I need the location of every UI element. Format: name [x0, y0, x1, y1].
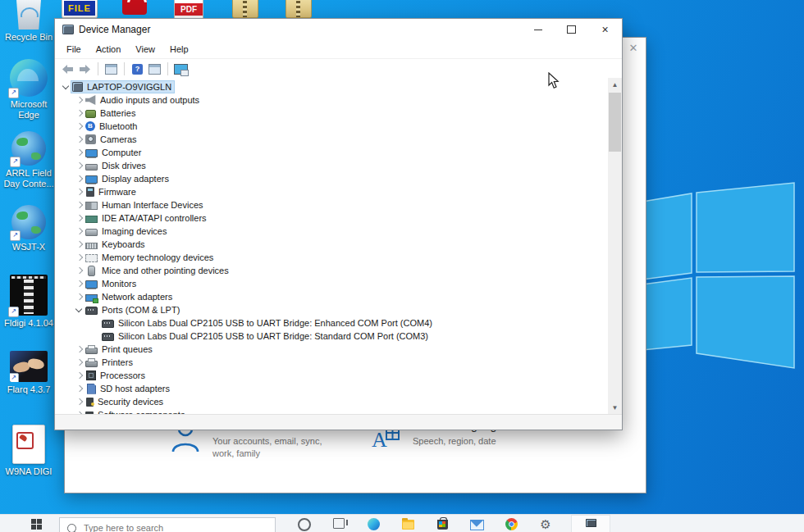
shortcut-arrow-icon: ↗: [10, 230, 21, 241]
tree-item[interactable]: Imaging devices: [55, 225, 608, 238]
tree-item[interactable]: Batteries: [55, 107, 608, 120]
scrollbar-thumb[interactable]: [609, 93, 621, 152]
shortcut-arrow-icon: ↗: [8, 307, 19, 317]
chevron-right-icon[interactable]: [73, 198, 85, 211]
chevron-right-icon[interactable]: [73, 225, 85, 238]
task-view-button[interactable]: [322, 515, 356, 532]
desktop-icon-w9na-digi[interactable]: W9NA DIGI: [0, 425, 57, 477]
chevron-right-icon[interactable]: [73, 172, 85, 185]
edge-taskbar-button[interactable]: [356, 515, 391, 532]
tree-item[interactable]: Display adapters: [55, 172, 608, 185]
chevron-right-icon[interactable]: [73, 159, 85, 172]
chevron-right-icon[interactable]: [73, 211, 85, 225]
handshake-icon: ↗: [10, 351, 48, 382]
chevron-right-icon[interactable]: [73, 93, 85, 107]
desktop-icon-zip-folder-2[interactable]: [286, 0, 312, 18]
chevron-right-icon[interactable]: [73, 382, 85, 395]
chevron-down-icon[interactable]: [73, 303, 85, 316]
tree-item[interactable]: Processors: [55, 369, 608, 382]
tree-item[interactable]: Printers: [55, 356, 608, 369]
desktop-icon-microsoft-edge[interactable]: ↗ Microsoft Edge: [0, 59, 57, 120]
tree-item[interactable]: Security devices: [55, 395, 608, 408]
titlebar[interactable]: Device Manager ×: [55, 19, 622, 40]
chevron-right-icon[interactable]: [73, 264, 85, 277]
menu-view[interactable]: View: [128, 42, 162, 57]
chevron-right-icon[interactable]: [73, 277, 85, 290]
menu-action[interactable]: Action: [89, 42, 129, 57]
chevron-right-icon[interactable]: [73, 185, 85, 198]
scan-hardware-button[interactable]: [174, 63, 188, 75]
device-tree: LAPTOP-O9VIGGLNAudio inputs and outputsB…: [55, 80, 608, 415]
tree-item[interactable]: Disk drives: [55, 159, 608, 172]
tree-item[interactable]: Ports (COM & LPT): [55, 303, 608, 316]
back-button[interactable]: [61, 63, 75, 75]
desktop-icon-flarq[interactable]: ↗ Flarq 4.3.7: [0, 351, 57, 395]
tree-item[interactable]: Audio inputs and outputs: [55, 93, 608, 107]
help-button[interactable]: ?: [130, 63, 144, 75]
minimize-button[interactable]: [521, 19, 555, 40]
tree-item[interactable]: Silicon Labs Dual CP2105 USB to UART Bri…: [55, 316, 608, 330]
menu-file[interactable]: File: [59, 42, 89, 57]
tree-item[interactable]: Cameras: [55, 133, 608, 146]
device-manager-taskbar-button[interactable]: [571, 515, 610, 532]
chevron-right-icon[interactable]: [73, 356, 85, 369]
desktop-icon-adobe-file[interactable]: [122, 0, 147, 15]
chevron-right-icon[interactable]: [73, 238, 85, 251]
search-input[interactable]: [82, 522, 249, 532]
close-button[interactable]: ×: [588, 19, 622, 40]
tree-item[interactable]: LAPTOP-O9VIGGLN: [55, 80, 608, 93]
toolbar-separator: [167, 62, 168, 75]
store-button[interactable]: [425, 515, 459, 532]
tree-item[interactable]: Network adapters: [55, 290, 608, 303]
cortana-button[interactable]: [287, 515, 322, 532]
vertical-scrollbar[interactable]: ▲ ▼: [608, 78, 622, 415]
chevron-right-icon[interactable]: [73, 120, 85, 133]
chrome-button[interactable]: [494, 515, 528, 532]
tree-item[interactable]: Mice and other pointing devices: [55, 264, 608, 277]
menu-help[interactable]: Help: [162, 42, 196, 57]
desktop-icon-wsjt-x[interactable]: ↗ WSJT-X: [0, 205, 57, 252]
forward-button[interactable]: [78, 63, 92, 75]
scroll-up-icon[interactable]: ▲: [608, 78, 622, 92]
desktop-icon-fldigi[interactable]: ↗ Fldigi 4.1.04: [0, 275, 57, 329]
tree-item[interactable]: SD host adapters: [55, 382, 608, 395]
file-explorer-button[interactable]: [391, 515, 425, 532]
desktop-icon-arrl-field-day[interactable]: ↗ ARRL Field Day Conte...: [0, 131, 57, 189]
maximize-button[interactable]: [555, 19, 588, 40]
tree-item[interactable]: Firmware: [55, 185, 608, 198]
tree-item[interactable]: Bluetooth: [55, 120, 608, 133]
properties-button[interactable]: [148, 63, 162, 75]
tree-item-label: Keyboards: [102, 239, 145, 249]
search-icon: [67, 524, 76, 532]
chevron-right-icon[interactable]: [73, 343, 85, 356]
tree-item[interactable]: Monitors: [55, 277, 608, 290]
tree-item-content: Monitors: [85, 278, 139, 289]
tree-item[interactable]: Silicon Labs Dual CP2105 USB to UART Bri…: [55, 330, 608, 343]
settings-close-button[interactable]: ✕: [624, 41, 642, 56]
desktop-icon-file-document[interactable]: FILE: [62, 0, 98, 18]
chevron-down-icon[interactable]: [60, 80, 71, 93]
chevron-right-icon[interactable]: [73, 290, 85, 303]
console-tree-button[interactable]: [104, 63, 118, 75]
tree-item[interactable]: Print queues: [55, 343, 608, 356]
edge-icon: [368, 518, 380, 530]
tree-item[interactable]: Human Interface Devices: [55, 198, 608, 211]
tree-item[interactable]: Memory technology devices: [55, 251, 608, 264]
forward-icon: [79, 64, 91, 75]
tree-item[interactable]: IDE ATA/ATAPI controllers: [55, 211, 608, 225]
chevron-right-icon[interactable]: [73, 133, 85, 146]
chevron-right-icon[interactable]: [73, 251, 85, 264]
chevron-right-icon[interactable]: [73, 146, 85, 159]
scroll-down-icon[interactable]: ▼: [608, 401, 622, 415]
tree-item[interactable]: Keyboards: [55, 238, 608, 251]
desktop-icon-zip-folder-1[interactable]: [232, 0, 258, 18]
taskbar-search-box[interactable]: [59, 517, 276, 532]
mail-button[interactable]: [459, 515, 494, 532]
chevron-right-icon[interactable]: [73, 107, 85, 120]
chevron-right-icon[interactable]: [73, 395, 85, 408]
start-button[interactable]: [31, 519, 43, 530]
desktop-icon-recycle-bin[interactable]: Recycle Bin: [0, 0, 57, 43]
settings-button[interactable]: ⚙: [528, 515, 563, 532]
tree-item[interactable]: Computer: [55, 146, 608, 159]
chevron-right-icon[interactable]: [73, 369, 85, 382]
